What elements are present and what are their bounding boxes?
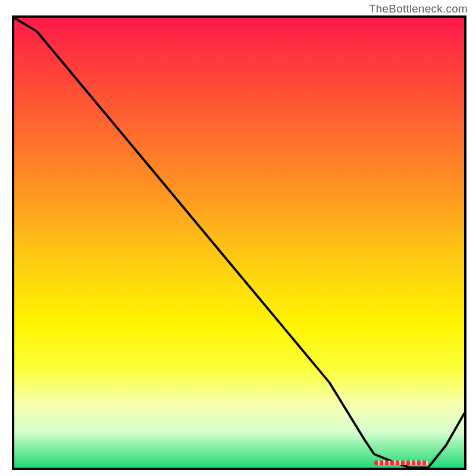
attribution-text: TheBottleneck.com — [369, 2, 468, 15]
bottleneck-curve-line — [14, 18, 464, 468]
optimal-range-marker — [374, 461, 428, 465]
chart-curve-svg — [14, 18, 464, 468]
chart-plot-area — [12, 18, 464, 470]
chart-right-border — [464, 15, 466, 470]
